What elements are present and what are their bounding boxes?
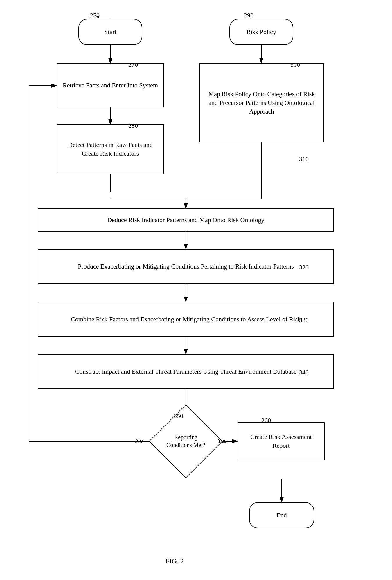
ref-320: 320 <box>299 264 309 271</box>
ref-300: 300 <box>290 61 300 69</box>
no-label: No <box>135 437 143 444</box>
ref-280: 280 <box>128 122 138 129</box>
diagram-container: Start 250 Retrieve Facts and Enter Into … <box>0 0 392 580</box>
produce-node: Produce Exacerbating or Mitigating Condi… <box>38 249 334 284</box>
risk-policy-node: Risk Policy <box>229 19 293 45</box>
start-node: Start <box>78 19 142 45</box>
combine-node: Combine Risk Factors and Exacerbating or… <box>38 302 334 337</box>
end-node: End <box>249 502 314 528</box>
ref-260-report: 260 <box>261 417 271 424</box>
ref-310: 310 <box>299 155 309 163</box>
map-risk-node: Map Risk Policy Onto Categories of Risk … <box>199 63 324 142</box>
ref-290: 290 <box>244 12 253 19</box>
ref-350: 350 <box>174 412 183 420</box>
yes-label: Yes <box>217 437 226 444</box>
construct-node: Construct Impact and External Threat Par… <box>38 354 334 389</box>
ref-270: 270 <box>128 61 138 69</box>
ref-340: 340 <box>299 369 309 376</box>
ref-330: 330 <box>299 316 309 324</box>
diamond-label: Reporting Conditions Met? <box>164 433 208 449</box>
create-report-node: Create Risk Assessment Report <box>238 422 325 460</box>
deduce-node: Deduce Risk Indicator Patterns and Map O… <box>38 208 334 232</box>
figure-caption: FIG. 2 <box>166 557 184 565</box>
ref-250: 250 <box>90 12 100 19</box>
retrieve-node: Retrieve Facts and Enter Into System <box>57 63 164 107</box>
detect-node: Detect Patterns in Raw Facts and Create … <box>57 124 164 174</box>
